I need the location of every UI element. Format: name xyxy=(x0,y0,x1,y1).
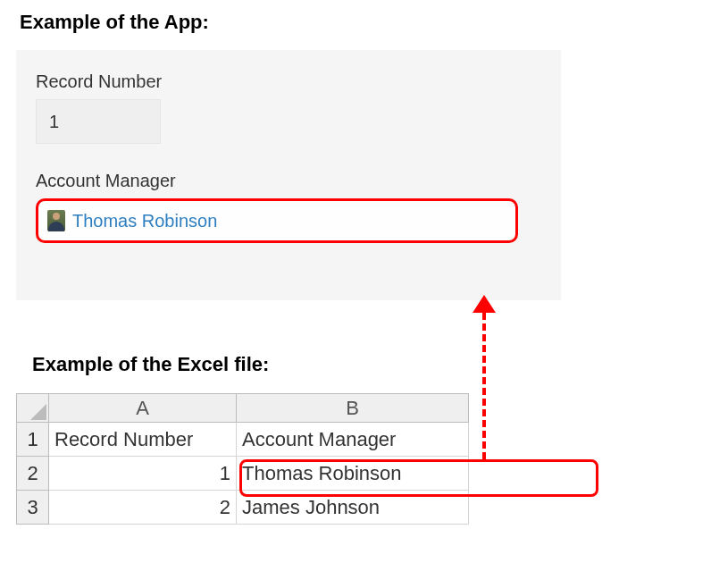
cell-a2[interactable]: 1 xyxy=(49,457,237,491)
heading-excel-example: Example of the Excel file: xyxy=(32,353,269,376)
row-header-2[interactable]: 2 xyxy=(17,457,49,491)
row-header-3[interactable]: 3 xyxy=(17,491,49,525)
record-number-value: 1 xyxy=(36,99,161,144)
cell-a3[interactable]: 2 xyxy=(49,491,237,525)
cell-b3[interactable]: James Johnson xyxy=(237,491,469,525)
account-manager-user-box: Thomas Robinson xyxy=(36,198,518,243)
app-form-panel: Record Number 1 Account Manager Thomas R… xyxy=(16,50,561,300)
cell-a1[interactable]: Record Number xyxy=(49,423,237,457)
avatar-icon xyxy=(47,210,65,231)
heading-app-example: Example of the App: xyxy=(20,11,209,34)
excel-grid: A B 1 Record Number Account Manager 2 1 … xyxy=(16,393,469,525)
account-manager-name: Thomas Robinson xyxy=(72,211,217,231)
excel-select-all-corner[interactable] xyxy=(17,394,49,423)
annotation-arrowhead-icon xyxy=(473,295,496,313)
cell-b1[interactable]: Account Manager xyxy=(237,423,469,457)
col-header-a[interactable]: A xyxy=(49,394,237,423)
row-header-1[interactable]: 1 xyxy=(17,423,49,457)
account-manager-label: Account Manager xyxy=(36,171,541,191)
annotation-arrow-icon xyxy=(482,302,486,459)
cell-b2[interactable]: Thomas Robinson xyxy=(237,457,469,491)
record-number-label: Record Number xyxy=(36,71,541,92)
col-header-b[interactable]: B xyxy=(237,394,469,423)
